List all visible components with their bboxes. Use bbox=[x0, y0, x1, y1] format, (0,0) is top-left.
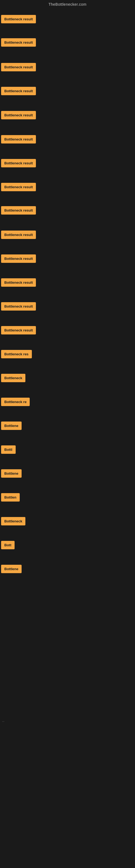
bottleneck-card-15[interactable]: Bottleneck res bbox=[1, 350, 32, 358]
bottleneck-card-4[interactable]: Bottleneck result bbox=[1, 87, 36, 95]
cards-container: Bottleneck resultBottleneck resultBottle… bbox=[0, 8, 135, 586]
bottleneck-card-5[interactable]: Bottleneck result bbox=[1, 111, 36, 119]
bottleneck-card-24[interactable]: Bottlene bbox=[1, 565, 21, 573]
bottleneck-card-22[interactable]: Bottleneck bbox=[1, 517, 26, 525]
ellipsis-label: ... bbox=[1, 718, 5, 723]
bottleneck-card-12[interactable]: Bottleneck result bbox=[1, 278, 36, 287]
bottleneck-card-23[interactable]: Bott bbox=[1, 541, 14, 549]
site-title: TheBottlenecker.com bbox=[48, 2, 86, 6]
bottleneck-card-13[interactable]: Bottleneck result bbox=[1, 302, 36, 311]
bottleneck-card-14[interactable]: Bottleneck result bbox=[1, 326, 36, 335]
bottleneck-card-7[interactable]: Bottleneck result bbox=[1, 159, 36, 167]
bottleneck-card-17[interactable]: Bottleneck re bbox=[1, 398, 30, 406]
page-wrapper: TheBottlenecker.com Bottleneck resultBot… bbox=[0, 0, 135, 868]
bottleneck-card-8[interactable]: Bottleneck result bbox=[1, 183, 36, 191]
bottleneck-card-1[interactable]: Bottleneck result bbox=[1, 15, 36, 23]
bottleneck-card-6[interactable]: Bottleneck result bbox=[1, 135, 36, 144]
site-header: TheBottlenecker.com bbox=[0, 0, 135, 8]
bottleneck-card-18[interactable]: Bottlene bbox=[1, 422, 21, 430]
bottleneck-card-9[interactable]: Bottleneck result bbox=[1, 206, 36, 215]
bottleneck-card-3[interactable]: Bottleneck result bbox=[1, 63, 36, 71]
bottleneck-card-21[interactable]: Bottlen bbox=[1, 493, 20, 501]
bottleneck-card-11[interactable]: Bottleneck result bbox=[1, 254, 36, 263]
ellipsis-container: ... bbox=[0, 586, 135, 749]
bottleneck-card-10[interactable]: Bottleneck result bbox=[1, 230, 36, 239]
bottleneck-card-16[interactable]: Bottleneck bbox=[1, 374, 26, 382]
bottleneck-card-19[interactable]: Bottl bbox=[1, 445, 16, 454]
bottleneck-card-20[interactable]: Bottlene bbox=[1, 469, 21, 478]
bottleneck-card-2[interactable]: Bottleneck result bbox=[1, 38, 36, 46]
